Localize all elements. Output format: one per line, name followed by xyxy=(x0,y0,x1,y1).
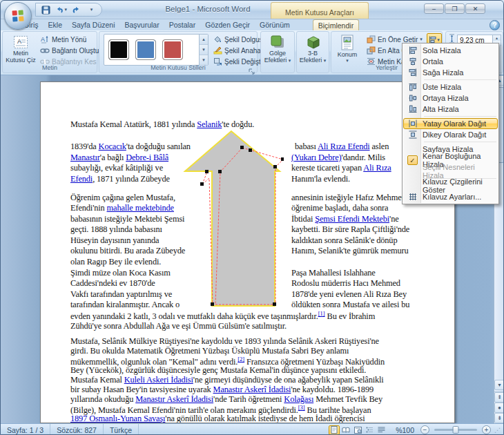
create-link-label: Bağlantı Oluştur xyxy=(52,47,101,55)
align-left-icon xyxy=(405,46,420,55)
menu-item-ortaya-hizala[interactable]: Ortaya Hizala xyxy=(403,93,498,104)
position-label: Konum xyxy=(338,51,358,58)
arrow-shape[interactable] xyxy=(179,128,284,313)
office-button[interactable] xyxy=(4,2,32,30)
select-browse-object-button[interactable]: ● xyxy=(494,403,504,413)
doc-hyperlink[interactable]: Debre-i Bâlâ xyxy=(126,153,168,162)
draft-view-button[interactable] xyxy=(376,425,387,435)
zoom-slider-thumb[interactable] xyxy=(453,426,459,434)
menu-item-sola-hizala[interactable]: Sola Hizala xyxy=(403,45,498,56)
web-layout-icon xyxy=(354,427,362,434)
doc-hyperlink[interactable]: Ali Rıza xyxy=(363,163,391,173)
menu-item-kilavuz-cizgilerini-goster[interactable]: Kılavuz Çizgilerini Göster xyxy=(403,180,498,191)
resize-grip[interactable]: ⋰ xyxy=(493,425,502,435)
tab-basvurular[interactable]: Başvurular xyxy=(119,19,164,30)
menu-item-saga-hizala[interactable]: Sağa Hizala xyxy=(403,67,498,78)
doc-hyperlink[interactable]: 1897 Osmanlı-Yunan Savaşı xyxy=(70,414,165,423)
contextual-tab-header: Metin Kutusu Araçları xyxy=(271,2,369,19)
doc-line: Mustafa Kemal Kuleli Askeri İdadisi'ne g… xyxy=(70,375,384,385)
group-label-metin: Metin xyxy=(3,64,97,72)
doc-hyperlink[interactable]: Manastır Askerî İdadisi xyxy=(213,385,291,394)
menu-item-yatay-olarak-dagit[interactable]: Yatay Olarak Dağıt xyxy=(403,118,498,129)
menu-item-alta-hizala[interactable]: Alta Hizala xyxy=(403,104,498,115)
save-button[interactable] xyxy=(40,4,52,15)
doc-hyperlink[interactable]: Kocacık xyxy=(99,142,126,151)
3d-label1: 3-B xyxy=(308,50,318,57)
previous-page-button[interactable]: ⇞ xyxy=(494,392,504,403)
doc-hyperlink[interactable]: Ali Rıza Efendi xyxy=(318,142,370,151)
language-indicator[interactable]: Türkçe xyxy=(104,424,139,435)
tab-gorunum[interactable]: Görünüm xyxy=(255,19,295,30)
shadow-effects-icon xyxy=(269,35,286,50)
word-count[interactable]: Sözcük: 827 xyxy=(50,424,104,435)
grid-settings-icon xyxy=(405,192,420,202)
text-direction-icon: A xyxy=(40,35,50,44)
print-layout-view-button[interactable] xyxy=(329,425,340,435)
help-button[interactable]: ? xyxy=(490,20,500,30)
shape-fill-icon xyxy=(213,35,222,44)
next-page-button[interactable]: ⇟ xyxy=(494,413,504,423)
full-screen-reading-view-button[interactable] xyxy=(340,425,351,435)
outline-view-button[interactable] xyxy=(364,425,375,435)
page-indicator[interactable]: Sayfa: 1 / 3 xyxy=(1,424,50,435)
textbox-draw-icon: A xyxy=(13,35,28,50)
customize-qat-button[interactable]: ▾ xyxy=(86,4,97,15)
doc-line: 1897 Osmanlı-Yunan Savaşı'na gönüllü ola… xyxy=(70,414,365,423)
scroll-down-button[interactable]: ▼ xyxy=(494,380,504,390)
menu-item-ortala[interactable]: Ortala xyxy=(403,56,498,67)
dialog-launcher-icon[interactable] xyxy=(249,65,255,72)
doc-hyperlink[interactable]: (Yukarı Debre) xyxy=(291,153,342,162)
zoom-in-button[interactable]: + xyxy=(482,425,491,434)
doc-hyperlink[interactable]: Efendi xyxy=(70,174,93,184)
bring-front-label: En Öne Getir xyxy=(378,36,418,44)
tab-postalar[interactable]: Postalar xyxy=(164,19,201,30)
style-swatch-blue[interactable] xyxy=(135,39,156,60)
no-icon xyxy=(405,166,420,176)
doc-hyperlink[interactable]: Kuleli Askeri İdadisi xyxy=(124,375,193,385)
draw-textbox-label1: Metin xyxy=(13,50,28,57)
doc-hyperlink[interactable]: Şemsi Efendi Mektebi xyxy=(315,214,389,224)
doc-line: Hüseyin dayısının yanında xyxy=(70,235,159,246)
document-page[interactable]: Mustafa Kemal Atatürk, 1881 yılında Sela… xyxy=(40,81,455,423)
zoom-out-button[interactable]: − xyxy=(420,425,429,434)
tab-gozden-gecir[interactable]: Gözden Geçir xyxy=(200,19,255,30)
minimize-button[interactable]: – xyxy=(424,3,444,14)
doc-hyperlink[interactable]: [1] xyxy=(318,310,325,317)
maximize-button[interactable]: ❐ xyxy=(445,3,465,14)
gallery-up-icon[interactable]: ▲ xyxy=(200,35,208,45)
close-button[interactable]: ✕ xyxy=(465,3,485,14)
menu-item-uste-hizala[interactable]: Üste Hizala xyxy=(403,81,498,93)
tab-sayfa-duzeni[interactable]: Sayfa Düzeni xyxy=(67,19,119,30)
doc-hyperlink[interactable]: [3] xyxy=(298,404,305,411)
ribbon-tab-row: Giriş Ekle Sayfa Düzeni Başvurular Posta… xyxy=(1,19,504,30)
menu-item-label: Kılavuz Ayarları... xyxy=(423,193,481,201)
outline-icon xyxy=(366,427,374,433)
style-swatch-red[interactable] xyxy=(162,39,183,60)
style-swatch-black[interactable] xyxy=(108,39,129,60)
doc-hyperlink[interactable]: Kolağası xyxy=(284,394,313,404)
doc-hyperlink[interactable]: Manastır Askerî İdadisi xyxy=(135,394,213,404)
zoom-slider[interactable] xyxy=(434,429,477,431)
doc-line: Manastır'a bağlı Debre-i Bâlâ xyxy=(70,153,168,163)
doc-hyperlink[interactable]: Manastır xyxy=(70,153,100,162)
gallery-down-icon[interactable]: ▼ xyxy=(200,45,208,55)
undo-button[interactable]: ▾ xyxy=(55,4,67,15)
tab-ekle[interactable]: Ekle xyxy=(43,19,67,30)
create-link-button[interactable]: Bağlantı Oluştur xyxy=(39,45,103,56)
menu-item-dikey-olarak-dagit[interactable]: Dikey Olarak Dağıt xyxy=(403,129,498,140)
arrow-shape-body xyxy=(185,131,280,306)
web-layout-view-button[interactable] xyxy=(352,425,363,435)
doc-hyperlink[interactable]: [2] xyxy=(238,356,244,362)
zoom-level[interactable]: %100 xyxy=(391,426,418,434)
tab-bicimlendir[interactable]: Biçimlendir xyxy=(313,19,359,30)
3d-effects-button[interactable]: 3-B Efektleri ▾ xyxy=(298,33,327,72)
menu-item-kilavuz-ayarlari[interactable]: Kılavuz Ayarları... xyxy=(403,191,498,202)
doc-line: kaldıktan sonra Selânik'e dönüp xyxy=(291,235,397,246)
menu-separator xyxy=(424,116,496,117)
text-direction-button[interactable]: A Metin Yönü xyxy=(39,34,103,45)
align-right-icon xyxy=(405,68,420,77)
redo-button[interactable] xyxy=(70,4,82,15)
doc-hyperlink[interactable]: mahalle mektebinde xyxy=(107,203,174,213)
draw-textbox-button[interactable]: A Metin Kutusu Çiz xyxy=(5,33,37,65)
shadow-effects-button[interactable]: Gölge Efektleri ▾ xyxy=(262,33,293,72)
